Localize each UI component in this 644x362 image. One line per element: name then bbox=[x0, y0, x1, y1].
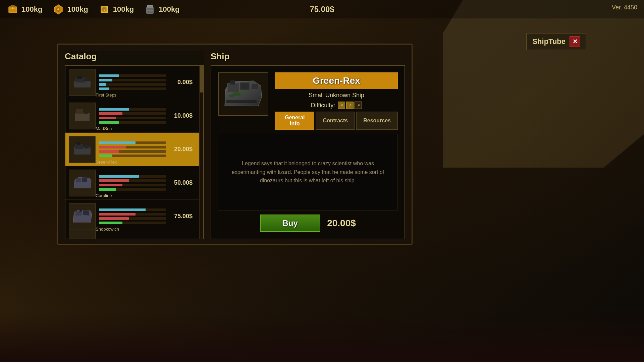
caroline-thumbnail bbox=[69, 170, 96, 196]
caroline-name: Caroline bbox=[96, 193, 112, 198]
svg-rect-34 bbox=[227, 83, 239, 93]
catalog-title: Catalog bbox=[65, 51, 204, 65]
madsea-price: 10.00$ bbox=[169, 112, 193, 119]
first-steps-name: First Steps bbox=[96, 93, 116, 98]
snopkowich-price: 75.00$ bbox=[169, 213, 193, 220]
svg-marker-32 bbox=[74, 239, 91, 240]
hud-currency: 75.00$ bbox=[310, 5, 334, 14]
hud-value-1: 100kg bbox=[21, 5, 42, 14]
svg-rect-3 bbox=[12, 7, 13, 9]
scrollbar-thumb bbox=[200, 66, 203, 93]
svg-rect-19 bbox=[76, 109, 83, 114]
catalog-panel: Catalog bbox=[65, 51, 204, 239]
svg-point-6 bbox=[57, 8, 59, 10]
svg-rect-16 bbox=[77, 76, 82, 79]
background-map bbox=[443, 0, 644, 168]
buy-section: Buy 20.00$ bbox=[218, 215, 398, 232]
hud-bar: 100kg 100kg $ 100kg bbox=[0, 0, 644, 18]
hud-item-1: 100kg bbox=[7, 3, 42, 15]
caroline-bars bbox=[99, 175, 166, 191]
catalog-item-first-steps[interactable]: 0.00$ First Steps bbox=[65, 66, 199, 99]
madsea-thumbnail bbox=[69, 103, 96, 129]
ship-type: Small Unknown Ship bbox=[275, 92, 398, 99]
hud-value-2: 100kg bbox=[67, 5, 88, 14]
cargo2-icon bbox=[52, 3, 64, 15]
svg-rect-20 bbox=[84, 111, 88, 114]
hud-item-4: 100kg bbox=[144, 3, 179, 15]
svg-rect-35 bbox=[240, 82, 250, 90]
cargo3-icon: $ bbox=[98, 3, 110, 15]
buy-price: 20.00$ bbox=[327, 218, 356, 229]
snopkowich-bars bbox=[99, 208, 166, 224]
difficulty-icons: ↗ ↗ ↗ bbox=[338, 102, 362, 109]
main-dialog: Catalog bbox=[57, 44, 413, 245]
buy-button[interactable]: Buy bbox=[260, 215, 320, 232]
catalog-item-6[interactable] bbox=[65, 233, 199, 239]
tab-general-info[interactable]: General Info bbox=[275, 112, 314, 130]
ship-content: Green-Rex Small Unknown Ship Difficulty:… bbox=[211, 65, 405, 239]
diff-icon-1: ↗ bbox=[338, 102, 345, 109]
snopkowich-name: Snopkowich bbox=[96, 227, 119, 232]
first-steps-thumbnail bbox=[69, 69, 96, 96]
ship-panel: Ship bbox=[211, 51, 405, 239]
svg-rect-17 bbox=[84, 78, 87, 81]
ship-tabs: General Info Contracts Resources bbox=[275, 112, 398, 130]
green-rex-catalog-name: Green-Rex bbox=[96, 160, 117, 165]
svg-rect-29 bbox=[75, 211, 82, 216]
madsea-bars bbox=[99, 108, 166, 124]
green-rex-bars bbox=[99, 141, 166, 157]
svg-rect-37 bbox=[252, 84, 258, 89]
difficulty-label: Difficulty: bbox=[311, 102, 335, 109]
first-steps-price: 0.00$ bbox=[169, 79, 193, 86]
svg-marker-30 bbox=[83, 210, 89, 216]
shiptube-title: ShipTube bbox=[532, 37, 566, 46]
svg-rect-1 bbox=[11, 5, 15, 7]
version-label: Ver. 4450 bbox=[612, 4, 637, 11]
svg-rect-23 bbox=[84, 145, 89, 148]
green-rex-catalog-price: 20.00$ bbox=[169, 146, 193, 153]
svg-rect-36 bbox=[230, 80, 235, 84]
bottom-scene bbox=[0, 312, 644, 362]
catalog-list: 0.00$ First Steps bbox=[65, 65, 204, 239]
shiptube-bar: ShipTube ✕ bbox=[526, 33, 586, 50]
ship-panel-title: Ship bbox=[211, 51, 405, 65]
hud-value-3: 100kg bbox=[113, 5, 134, 14]
ship-name-badge: Green-Rex bbox=[275, 72, 398, 89]
ship-header: Green-Rex Small Unknown Ship Difficulty:… bbox=[218, 72, 398, 130]
svg-rect-26 bbox=[76, 178, 81, 182]
green-rex-thumbnail bbox=[69, 136, 96, 163]
tab-contracts[interactable]: Contracts bbox=[316, 112, 355, 130]
svg-rect-31 bbox=[79, 209, 82, 212]
ship-name: Green-Rex bbox=[313, 75, 360, 86]
snopkowich-thumbnail bbox=[69, 203, 96, 230]
caroline-price: 50.00$ bbox=[169, 179, 193, 186]
close-button[interactable]: ✕ bbox=[570, 36, 580, 47]
catalog-item-snopkowich[interactable]: 75.00$ Snopkowich bbox=[65, 200, 199, 233]
ship-main-thumbnail bbox=[218, 72, 268, 116]
catalog-items-wrapper: 0.00$ First Steps bbox=[65, 66, 199, 239]
diff-icon-3: ↗ bbox=[355, 102, 362, 109]
diff-icon-2: ↗ bbox=[346, 102, 354, 109]
hud-item-3: $ 100kg bbox=[98, 3, 134, 15]
hud-value-4: 100kg bbox=[159, 5, 179, 14]
first-steps-bars bbox=[99, 74, 166, 90]
svg-text:$: $ bbox=[104, 8, 105, 11]
catalog-scrollbar[interactable] bbox=[199, 66, 203, 239]
svg-point-40 bbox=[242, 91, 248, 94]
svg-rect-24 bbox=[76, 142, 80, 145]
cargo1-icon bbox=[7, 3, 19, 15]
item6-thumbnail bbox=[69, 230, 96, 240]
svg-point-41 bbox=[229, 95, 234, 97]
catalog-item-madsea[interactable]: 10.00$ MadSea bbox=[65, 99, 199, 133]
hud-item-2: 100kg bbox=[52, 3, 88, 15]
svg-rect-10 bbox=[147, 5, 153, 7]
ship-description: Legend says that it belonged to crazy sc… bbox=[218, 134, 398, 210]
ship-difficulty: Difficulty: ↗ ↗ ↗ bbox=[275, 102, 398, 109]
madsea-name: MadSea bbox=[96, 126, 112, 131]
tab-resources[interactable]: Resources bbox=[356, 112, 398, 130]
svg-marker-27 bbox=[82, 177, 87, 182]
ship-description-text: Legend says that it belonged to crazy sc… bbox=[225, 159, 391, 185]
svg-rect-38 bbox=[226, 100, 257, 103]
catalog-item-caroline[interactable]: 50.00$ Caroline bbox=[65, 166, 199, 200]
catalog-item-green-rex[interactable]: 20.00$ Green-Rex bbox=[65, 133, 199, 166]
